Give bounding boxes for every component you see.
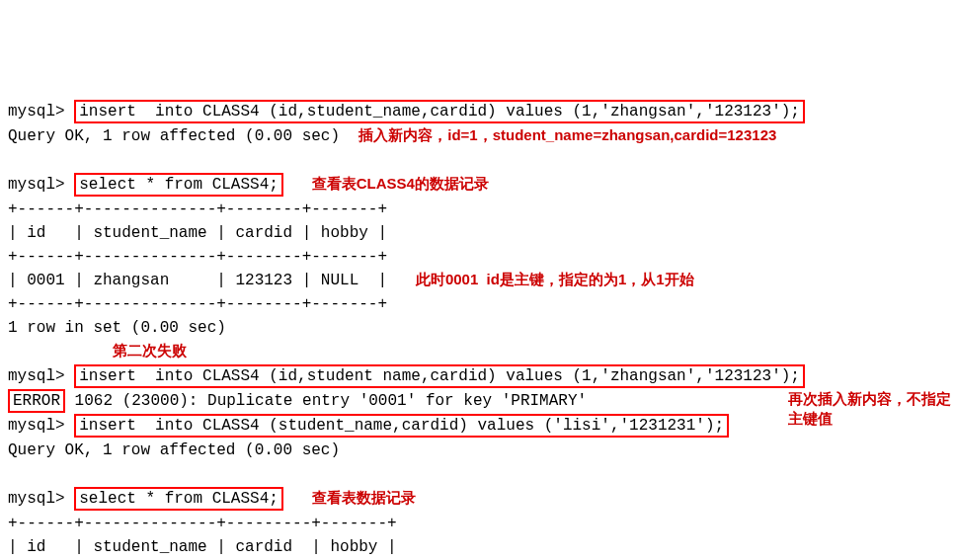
insert-cmd-1: insert into CLASS4 (id,student_name,card…	[74, 100, 805, 123]
table1-border: +------+--------------+--------+-------+	[8, 295, 387, 313]
annotation-select-2: 查看表数据记录	[312, 488, 416, 508]
prompt: mysql>	[8, 490, 65, 508]
insert-cmd-3: insert into CLASS4 (student_name,cardid)…	[74, 414, 729, 438]
table1-row1: | 0001 | zhangsan | 123123 | NULL |	[8, 272, 387, 289]
table2-headers: | id | student_name | cardid | hobby |	[8, 538, 397, 556]
table1-border: +------+--------------+--------+-------+	[8, 200, 387, 218]
annotation-row1: 此时0001 id是主键，指定的为1，从1开始	[416, 270, 694, 289]
query-ok-1: Query OK, 1 row affected (0.00 sec)	[8, 127, 340, 145]
prompt: mysql>	[8, 367, 65, 385]
error-text: 1062 (23000): Duplicate entry '0001' for…	[65, 392, 587, 410]
terminal-screenshot: mysql> insert into CLASS4 (id,student_na…	[8, 75, 947, 560]
annotation-second-fail: 第二次失败	[113, 341, 187, 360]
select-cmd-2: select * from CLASS4;	[74, 487, 283, 511]
table1-border: +------+--------------+--------+-------+	[8, 248, 387, 266]
prompt: mysql>	[8, 417, 65, 435]
prompt: mysql>	[8, 103, 65, 120]
insert-cmd-2: insert into CLASS4 (id,student name,card…	[74, 364, 805, 388]
annotation-insert-1: 插入新内容，id=1，student_name=zhangsan,cardid=…	[358, 125, 776, 145]
annotation-select-1: 查看表CLASS4的数据记录	[312, 174, 489, 194]
table1-headers: | id | student_name | cardid | hobby |	[8, 224, 387, 242]
table2-border: +------+--------------+---------+-------…	[8, 515, 397, 532]
annotation-insert-3: 再次插入新内容，不指定主键值	[788, 389, 955, 429]
query-ok-2: Query OK, 1 row affected (0.00 sec)	[8, 441, 340, 459]
select-cmd-1: select * from CLASS4;	[74, 173, 283, 197]
rowcount-1: 1 row in set (0.00 sec)	[8, 319, 226, 337]
prompt: mysql>	[8, 176, 65, 194]
error-label: ERROR	[8, 389, 65, 413]
